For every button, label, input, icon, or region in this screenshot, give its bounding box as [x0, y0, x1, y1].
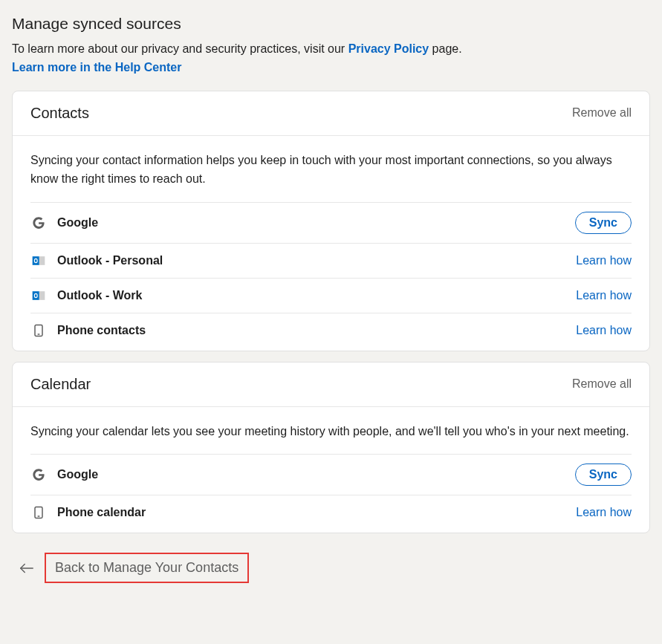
arrow-left-icon — [18, 559, 36, 577]
phone-icon — [30, 322, 47, 339]
source-label: Google — [57, 468, 98, 481]
calendar-source-row: GoogleSync — [30, 454, 632, 495]
calendar-source-row: Phone calendarLearn how — [30, 495, 632, 530]
learn-how-link[interactable]: Learn how — [576, 324, 632, 337]
google-icon — [30, 466, 47, 483]
intro-paragraph: To learn more about our privacy and secu… — [12, 40, 650, 77]
learn-how-link[interactable]: Learn how — [576, 506, 632, 519]
svg-point-7 — [35, 294, 37, 297]
calendar-description: Syncing your calendar lets you see your … — [13, 407, 649, 455]
source-left: Google — [30, 215, 98, 231]
source-label: Google — [57, 216, 98, 230]
calendar-card-header: Calendar Remove all — [13, 362, 649, 407]
source-left: Outlook - Work — [30, 287, 142, 304]
help-center-link[interactable]: Learn more in the Help Center — [12, 61, 182, 74]
contacts-source-row: Phone contactsLearn how — [30, 313, 632, 348]
source-left: Google — [30, 466, 98, 483]
source-label: Outlook - Work — [57, 289, 142, 302]
page-title: Manage synced sources — [12, 15, 650, 33]
contacts-source-row: Outlook - WorkLearn how — [30, 278, 632, 313]
calendar-heading: Calendar — [30, 376, 91, 393]
source-label: Outlook - Personal — [57, 254, 163, 267]
source-label: Phone calendar — [57, 506, 146, 519]
source-left: Phone calendar — [30, 504, 146, 521]
contacts-sources-list: GoogleSyncOutlook - PersonalLearn howOut… — [13, 202, 649, 351]
contacts-card-header: Contacts Remove all — [13, 91, 649, 136]
google-icon — [30, 215, 47, 231]
calendar-remove-all-button[interactable]: Remove all — [572, 377, 632, 391]
privacy-policy-link[interactable]: Privacy Policy — [348, 42, 429, 55]
sync-button[interactable]: Sync — [575, 212, 632, 234]
calendar-card: Calendar Remove all Syncing your calenda… — [12, 362, 650, 534]
contacts-heading: Contacts — [30, 105, 89, 122]
learn-how-link[interactable]: Learn how — [576, 289, 632, 302]
outlook-icon — [30, 287, 47, 304]
svg-rect-1 — [39, 256, 45, 265]
intro-text-prefix: To learn more about our privacy and secu… — [12, 42, 348, 55]
back-to-contacts-button[interactable]: Back to Manage Your Contacts — [45, 553, 249, 583]
outlook-icon — [30, 253, 47, 269]
sync-button[interactable]: Sync — [575, 464, 632, 486]
contacts-description: Syncing your contact information helps y… — [13, 136, 649, 202]
svg-point-3 — [35, 259, 37, 262]
learn-how-link[interactable]: Learn how — [576, 254, 632, 267]
contacts-card: Contacts Remove all Syncing your contact… — [12, 91, 650, 351]
intro-text-suffix: page. — [429, 42, 461, 55]
contacts-source-row: Outlook - PersonalLearn how — [30, 243, 632, 278]
back-row: Back to Manage Your Contacts — [12, 553, 650, 583]
contacts-remove-all-button[interactable]: Remove all — [572, 106, 632, 120]
source-left: Outlook - Personal — [30, 253, 163, 269]
source-left: Phone contacts — [30, 322, 146, 339]
phone-icon — [30, 504, 47, 521]
svg-rect-5 — [39, 291, 45, 300]
calendar-sources-list: GoogleSyncPhone calendarLearn how — [13, 454, 649, 533]
contacts-source-row: GoogleSync — [30, 202, 632, 243]
source-label: Phone contacts — [57, 324, 146, 337]
